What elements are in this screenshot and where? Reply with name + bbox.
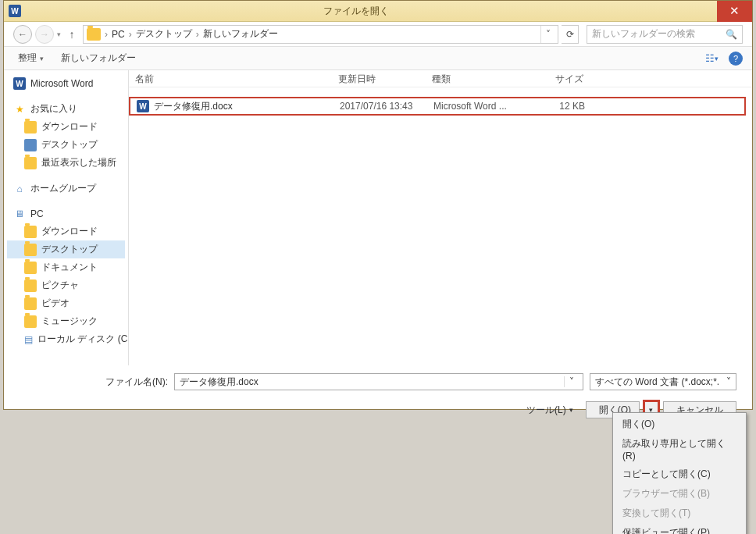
filename-input[interactable]: データ修復用.docx ˅ [174,373,583,390]
dialog-title: ファイルを開く [26,5,717,18]
chevron-down-icon[interactable]: ˅ [564,376,578,387]
search-input[interactable]: 新しいフォルダーの検索 🔍 [587,25,743,44]
forward-button[interactable]: → [35,25,54,44]
sidebar-item-videos[interactable]: ビデオ [7,294,125,312]
folder-icon [24,121,37,134]
menu-item-open[interactable]: 開く(O) [615,415,744,434]
breadcrumb-part[interactable]: 新しいフォルダー [203,27,278,41]
menu-item-open-copy[interactable]: コピーとして開く(C) [615,465,744,484]
word-icon: W [9,5,21,17]
col-size[interactable]: サイズ [519,70,590,87]
tools-menu[interactable]: ツール(L) ▾ [526,404,573,417]
breadcrumb-part[interactable]: デスクトップ [136,27,192,41]
sidebar: W Microsoft Word ★ お気に入り ダウンロード デスクトップ 最… [4,70,129,365]
body-area: W Microsoft Word ★ お気に入り ダウンロード デスクトップ 最… [4,70,752,365]
sidebar-item-downloads[interactable]: ダウンロード [7,222,125,240]
toolbar: 整理▾ 新しいフォルダー ☷ ▾ ? [4,47,752,70]
view-options-button[interactable]: ☷ ▾ [701,51,722,66]
refresh-button[interactable]: ⟳ [562,25,579,44]
chevron-down-icon: ▾ [569,406,573,414]
menu-item-open-readonly[interactable]: 読み取り専用として開く(R) [615,434,744,465]
star-icon: ★ [13,103,26,116]
folder-icon [24,157,37,169]
sidebar-item-homegroup[interactable]: ⌂ ホームグループ [7,180,125,198]
file-size: 12 KB [521,101,591,112]
folder-icon [24,262,37,274]
sidebar-item-word[interactable]: W Microsoft Word [7,75,125,92]
folder-icon [24,226,37,238]
folder-icon [24,244,37,256]
file-list: 名前 更新日時 種類 サイズ W データ修復用.docx 2017/07/16 … [129,70,752,365]
close-button[interactable]: ✕ [717,1,752,22]
menu-item-open-browser: ブラウザーで開く(B) [615,484,744,504]
sidebar-item-music[interactable]: ミュージック [7,312,125,330]
back-button[interactable]: ← [13,25,32,44]
file-date: 2017/07/16 13:43 [333,101,427,112]
new-folder-button[interactable]: 新しいフォルダー [56,49,141,67]
nav-bar: ← → ▾ ↑ › PC › デスクトップ › 新しいフォルダー ˅ ⟳ 新しい… [4,22,752,47]
up-button[interactable]: ↑ [64,28,80,41]
homegroup-icon: ⌂ [13,183,26,195]
sidebar-item-pc[interactable]: 🖥 PC [7,205,125,222]
word-file-icon: W [137,100,149,112]
search-icon: 🔍 [726,29,737,40]
desktop-icon [24,139,37,151]
file-list-header: 名前 更新日時 種類 サイズ [129,70,752,87]
pc-icon: 🖥 [13,208,26,220]
file-row[interactable]: W データ修復用.docx 2017/07/16 13:43 Microsoft… [129,97,746,116]
search-placeholder: 新しいフォルダーの検索 [592,27,726,41]
sidebar-item-localdisk[interactable]: ▤ローカル ディスク (C [7,330,125,348]
disk-icon: ▤ [24,333,33,346]
sidebar-item-pictures[interactable]: ピクチャ [7,276,125,294]
word-icon: W [13,77,26,90]
chevron-down-icon: ˅ [726,376,731,387]
file-open-dialog: W ファイルを開く ✕ ← → ▾ ↑ › PC › デスクトップ › 新しいフ… [3,0,753,410]
sidebar-item-documents[interactable]: ドキュメント [7,258,125,276]
breadcrumb-dropdown[interactable]: ˅ [540,26,555,43]
file-filter-select[interactable]: すべての Word 文書 (*.docx;*. ˅ [590,373,736,390]
folder-icon [24,315,37,328]
organize-menu[interactable]: 整理▾ [13,49,48,67]
col-date[interactable]: 更新日時 [332,70,426,87]
chevron-down-icon: ▾ [40,55,44,62]
sidebar-item-desktop[interactable]: デスクトップ [7,136,125,154]
sidebar-item-downloads[interactable]: ダウンロード [7,118,125,136]
breadcrumb[interactable]: › PC › デスクトップ › 新しいフォルダー ˅ [83,25,558,44]
file-type: Microsoft Word ... [427,101,521,112]
filename-label: ファイル名(N): [105,376,168,389]
sidebar-item-favorites[interactable]: ★ お気に入り [7,100,125,118]
folder-icon [24,279,37,292]
folder-icon [87,28,101,41]
col-type[interactable]: 種類 [426,70,519,87]
sidebar-item-desktop[interactable]: デスクトップ [7,240,125,258]
breadcrumb-part[interactable]: PC [112,29,125,40]
chevron-down-icon[interactable]: ▾ [57,30,61,38]
open-dropdown-menu: 開く(O) 読み取り専用として開く(R) コピーとして開く(C) ブラウザーで開… [612,412,747,534]
menu-item-open-protected[interactable]: 保護ビューで開く(P) [615,523,744,534]
folder-icon [24,297,37,310]
col-name[interactable]: 名前 [129,70,332,87]
menu-item-open-convert: 変換して開く(T) [615,504,744,523]
sidebar-item-recent[interactable]: 最近表示した場所 [7,154,125,172]
title-bar: W ファイルを開く ✕ [4,1,752,22]
file-name: データ修復用.docx [154,100,233,113]
help-button[interactable]: ? [729,52,743,66]
